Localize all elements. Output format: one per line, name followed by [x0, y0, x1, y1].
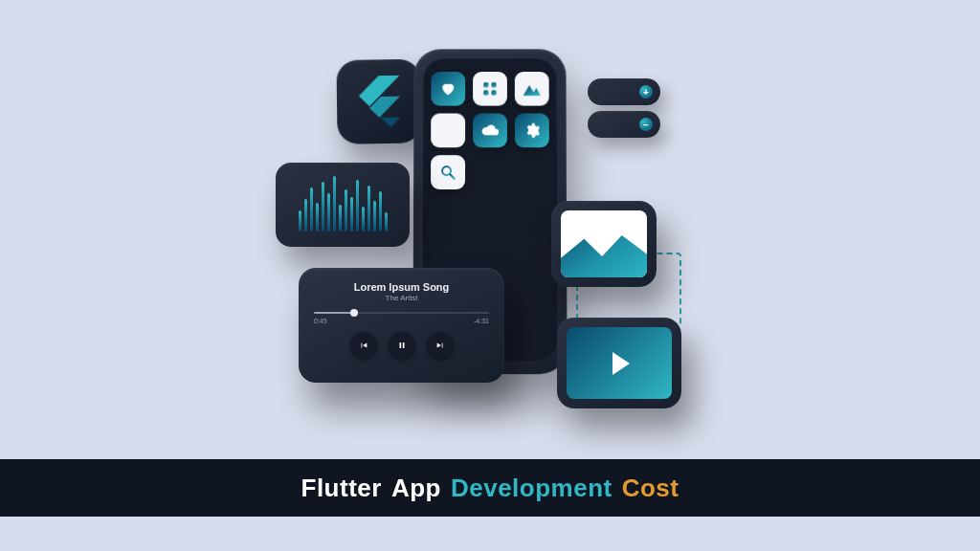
pause-icon — [397, 341, 407, 350]
progress-track — [314, 312, 489, 314]
app-tile-grid — [473, 72, 507, 106]
app-grid — [433, 72, 547, 189]
eq-bar — [333, 176, 336, 231]
next-button — [427, 332, 454, 359]
svg-rect-3 — [483, 82, 488, 87]
svg-line-8 — [450, 174, 455, 178]
flutter-badge — [336, 59, 422, 144]
cloud-icon — [480, 121, 500, 140]
eq-bar — [368, 186, 370, 231]
mountain-icon — [522, 78, 543, 99]
hero-illustration: + − Lorem Ipsum Song The Artist 0:45 -4:… — [279, 19, 701, 450]
title-word-1: Flutter — [301, 474, 382, 503]
pause-button — [389, 332, 415, 359]
app-tile-gear — [515, 114, 549, 148]
mountain-icon — [561, 235, 647, 277]
svg-rect-5 — [483, 90, 488, 95]
eq-bar — [356, 180, 359, 231]
title-word-3: Development — [451, 474, 612, 503]
playhead — [350, 309, 358, 317]
eq-bar — [310, 187, 313, 231]
eq-bar — [322, 182, 324, 231]
time-remaining: -4:31 — [474, 318, 489, 324]
eq-bar — [385, 212, 388, 231]
app-tile-mountain — [515, 72, 549, 106]
eq-bar — [339, 205, 342, 231]
app-tile-heart — [431, 72, 465, 106]
eq-bar — [316, 203, 319, 231]
svg-rect-4 — [491, 82, 496, 87]
video-card — [557, 318, 681, 408]
app-tile-blank — [431, 114, 465, 148]
gear-icon — [523, 121, 541, 139]
svg-rect-9 — [399, 342, 401, 348]
play-icon — [612, 352, 630, 375]
eq-bar — [299, 210, 301, 231]
pill-plus: + — [588, 78, 660, 105]
eq-bar — [345, 189, 347, 231]
svg-rect-6 — [491, 90, 496, 95]
title-word-4: Cost — [622, 474, 679, 503]
eq-bar — [327, 193, 330, 231]
prev-button — [350, 332, 377, 359]
plus-icon: + — [639, 85, 653, 99]
pill-minus: − — [588, 111, 660, 138]
grid-icon — [481, 80, 499, 98]
eq-bar — [362, 207, 365, 231]
image-card — [551, 201, 657, 287]
title-bar: Flutter App Development Cost — [0, 459, 980, 517]
song-artist: The Artist — [314, 294, 489, 302]
search-icon — [439, 164, 457, 181]
player-controls — [314, 332, 489, 359]
svg-rect-10 — [402, 342, 404, 348]
image-thumb — [561, 210, 647, 277]
app-tile-cloud — [473, 114, 507, 148]
next-icon — [435, 341, 445, 350]
eq-bar — [304, 199, 307, 231]
minus-icon: − — [639, 118, 653, 131]
eq-bar — [350, 197, 353, 231]
eq-bar — [379, 191, 382, 231]
eq-bar — [373, 201, 376, 231]
time-elapsed: 0:45 — [314, 318, 327, 324]
video-thumb — [567, 327, 672, 399]
song-title: Lorem Ipsum Song — [314, 281, 489, 293]
equalizer-card — [276, 163, 410, 247]
heart-icon — [439, 80, 457, 98]
flutter-logo-icon — [358, 76, 401, 128]
music-player-card: Lorem Ipsum Song The Artist 0:45 -4:31 — [299, 268, 504, 383]
equalizer-bars — [285, 172, 400, 237]
prev-icon — [359, 341, 368, 350]
title-word-2: App — [391, 474, 441, 503]
app-tile-search — [431, 155, 465, 189]
